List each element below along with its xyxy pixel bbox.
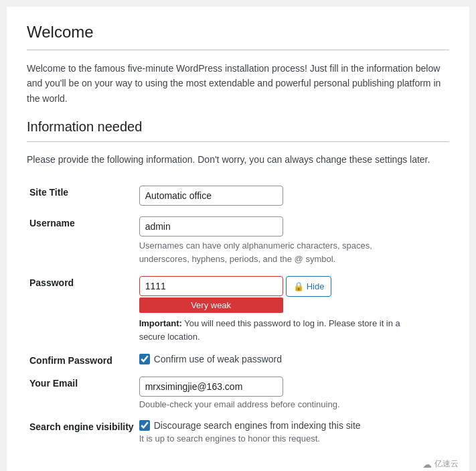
watermark-text: 亿速云 <box>434 458 459 470</box>
welcome-title: Welcome <box>27 23 449 42</box>
hide-password-button[interactable]: 🔒 Hide <box>286 276 332 297</box>
form-table: Site Title Username Usernames can have o… <box>27 180 449 449</box>
welcome-text: Welcome to the famous five-minute WordPr… <box>27 61 449 106</box>
search-engine-label: Search engine visibility <box>27 415 137 449</box>
info-needed-title: Information needed <box>27 119 449 135</box>
search-engine-checkbox-text: Discourage search engines from indexing … <box>154 420 361 431</box>
password-row: Password Very weak 🔒 Hide Important: <box>27 271 449 348</box>
site-title-input[interactable] <box>139 186 283 206</box>
info-divider <box>27 141 449 142</box>
search-engine-checkbox[interactable] <box>139 420 150 431</box>
password-input[interactable] <box>139 276 283 296</box>
confirm-weak-label[interactable]: Confirm use of weak password <box>139 354 447 364</box>
username-label: Username <box>27 211 137 271</box>
email-input[interactable] <box>139 377 283 397</box>
site-title-row: Site Title <box>27 180 449 211</box>
confirm-weak-text: Confirm use of weak password <box>154 354 282 364</box>
confirm-password-label: Confirm Password <box>27 348 137 371</box>
email-label: Your Email <box>27 371 137 415</box>
password-input-group: Very weak 🔒 Hide <box>139 276 447 313</box>
username-help-text: Usernames can have only alphanumeric cha… <box>139 239 420 265</box>
main-container: Welcome Welcome to the famous five-minut… <box>7 7 469 471</box>
confirm-password-row: Confirm Password Confirm use of weak pas… <box>27 348 449 371</box>
password-field-wrap: Very weak <box>139 276 283 313</box>
search-engine-row: Search engine visibility Discourage sear… <box>27 415 449 449</box>
search-engine-help-text: It is up to search engines to honor this… <box>139 433 447 444</box>
username-row: Username Usernames can have only alphanu… <box>27 211 449 271</box>
confirm-weak-checkbox[interactable] <box>139 354 150 364</box>
title-divider <box>27 50 449 50</box>
hide-button-label: Hide <box>307 281 325 291</box>
eye-slash-icon: 🔒 <box>293 281 304 291</box>
site-title-label: Site Title <box>27 180 137 211</box>
important-strong: Important: <box>139 318 182 328</box>
username-input[interactable] <box>139 216 283 237</box>
watermark: ☁ 亿速云 <box>422 458 459 470</box>
email-help-text: Double-check your email address before c… <box>139 399 447 409</box>
password-strength-indicator: Very weak <box>139 297 283 313</box>
watermark-icon: ☁ <box>422 459 432 470</box>
info-description: Please provide the following information… <box>27 153 449 167</box>
password-label: Password <box>27 271 137 348</box>
password-important-note: Important: You will need this password t… <box>139 317 420 343</box>
email-row: Your Email Double-check your email addre… <box>27 371 449 415</box>
search-engine-checkbox-label[interactable]: Discourage search engines from indexing … <box>139 420 447 431</box>
